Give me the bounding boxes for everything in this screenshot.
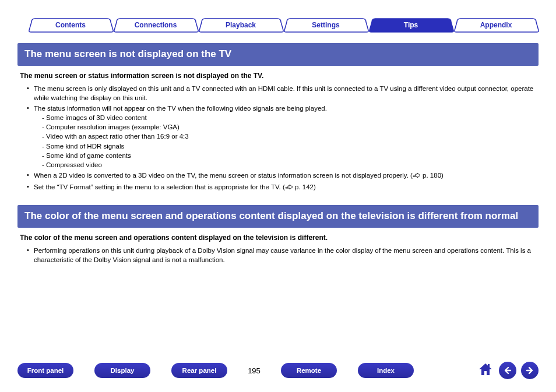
section-subtitle-2: The color of the menu screen and operati… — [20, 234, 539, 242]
tab-label: Settings — [312, 21, 339, 29]
ref-text: p. 142) — [293, 183, 316, 190]
button-label: Index — [377, 367, 395, 374]
page-number: 195 — [242, 366, 266, 375]
list-item: When a 2D video is converted to a 3D vid… — [28, 170, 534, 182]
prev-page-button[interactable] — [499, 362, 516, 379]
tab-label: Contents — [55, 21, 86, 29]
home-icon[interactable] — [477, 361, 494, 380]
section-2-list: Performing operations on this unit durin… — [17, 245, 539, 265]
index-button[interactable]: Index — [358, 363, 414, 378]
list-item-text: The status information will not appear o… — [34, 105, 327, 112]
cross-ref[interactable]: p. 180) — [413, 172, 444, 179]
sublist-item: - Some kind of game contents — [42, 151, 534, 160]
front-panel-button[interactable]: Front panel — [17, 363, 73, 378]
section-subtitle-1: The menu screen or status information sc… — [20, 72, 539, 80]
list-item: Set the “TV Format” setting in the menu … — [28, 182, 534, 193]
bottom-nav: Front panel Display Rear panel 195 Remot… — [17, 361, 539, 380]
tab-appendix[interactable]: Appendix — [453, 17, 539, 33]
sublist-item: - Some images of 3D video content — [42, 113, 534, 122]
top-tabs: Contents Connections Playback Settings T… — [28, 17, 539, 33]
tab-label: Appendix — [480, 21, 512, 29]
display-button[interactable]: Display — [94, 363, 150, 378]
tab-contents[interactable]: Contents — [28, 17, 113, 33]
button-label: Display — [111, 367, 135, 374]
sublist-item: - Computer resolution images (example: V… — [42, 122, 534, 132]
sublist-item: - Compressed video — [42, 160, 534, 169]
tab-label: Tips — [404, 21, 418, 29]
list-item: The menu screen is only displayed on thi… — [28, 83, 534, 103]
arrow-right-icon — [525, 366, 534, 375]
list-item-text: Set the “TV Format” setting in the menu … — [34, 183, 285, 190]
remote-button[interactable]: Remote — [281, 363, 337, 378]
tab-connections[interactable]: Connections — [113, 17, 198, 33]
ref-text: p. 180) — [421, 172, 444, 179]
list-item: Performing operations on this unit durin… — [28, 245, 534, 265]
section-title-1: The menu screen is not displayed on the … — [17, 43, 539, 66]
pointer-icon — [285, 183, 293, 193]
cross-ref[interactable]: p. 142) — [285, 183, 316, 190]
section-title-2: The color of the menu screen and operati… — [17, 205, 539, 228]
rear-panel-button[interactable]: Rear panel — [171, 363, 227, 378]
button-label: Front panel — [27, 367, 64, 374]
arrow-left-icon — [503, 366, 512, 375]
svg-rect-0 — [488, 364, 490, 367]
tab-playback[interactable]: Playback — [198, 17, 283, 33]
sublist: - Some images of 3D video content - Comp… — [34, 113, 534, 169]
list-item-text: When a 2D video is converted to a 3D vid… — [34, 172, 413, 179]
pointer-icon — [413, 172, 421, 181]
button-label: Rear panel — [182, 367, 217, 374]
list-item: The status information will not appear o… — [28, 103, 534, 170]
sublist-item: - Video with an aspect ratio other than … — [42, 132, 534, 141]
tab-label: Connections — [135, 21, 177, 29]
tab-settings[interactable]: Settings — [283, 17, 368, 33]
next-page-button[interactable] — [521, 362, 539, 379]
section-1-list: The menu screen is only displayed on thi… — [17, 83, 539, 193]
tab-label: Playback — [226, 21, 256, 29]
sublist-item: - Some kind of HDR signals — [42, 142, 534, 151]
tab-tips[interactable]: Tips — [368, 17, 453, 33]
button-label: Remote — [297, 367, 321, 374]
